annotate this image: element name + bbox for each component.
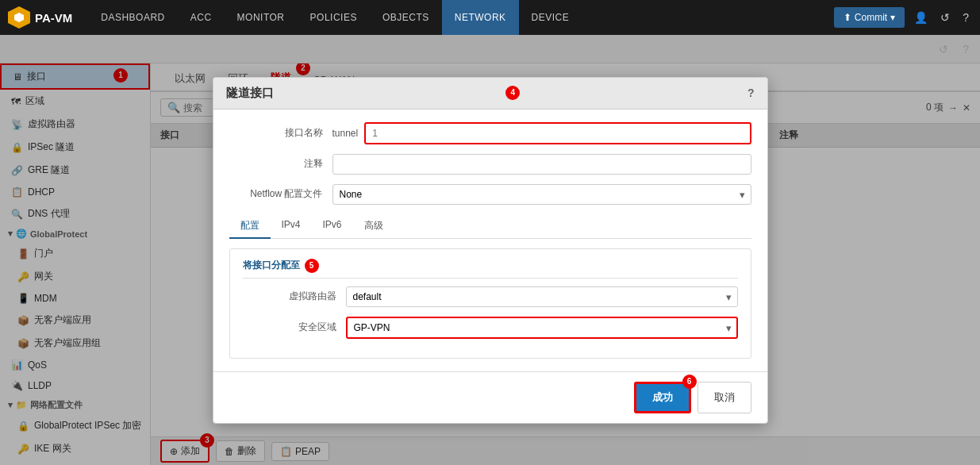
section-title-text: 将接口分配至 <box>243 259 300 272</box>
dialog-section-assign: 将接口分配至 5 虚拟路由器 default <box>229 248 751 359</box>
logo: PA-VM <box>8 6 72 29</box>
ok-button[interactable]: 成功 6 <box>634 382 691 413</box>
form-label-vrouter: 虚拟路由器 <box>243 290 346 303</box>
form-input-vrouter: default <box>346 286 738 307</box>
dialog: 隧道接口 4 ? 接口名称 tunnel 注释 Netflo <box>213 77 768 424</box>
logo-icon <box>8 6 30 29</box>
commit-button[interactable]: ⬆ Commit ▾ <box>834 7 905 28</box>
netflow-select[interactable]: None <box>332 184 751 205</box>
form-row-name: 接口名称 tunnel <box>229 122 751 144</box>
form-label-netflow: Netflow 配置文件 <box>229 187 332 201</box>
dialog-overlay: 隧道接口 4 ? 接口名称 tunnel 注释 Netflo <box>0 35 980 465</box>
dialog-tab-ipv4[interactable]: IPv4 <box>271 214 312 239</box>
dialog-tabs: 配置 IPv4 IPv6 高级 <box>229 214 751 239</box>
ok-label: 成功 <box>652 391 673 403</box>
logo-text: PA-VM <box>35 11 72 25</box>
security-zone-select[interactable]: GP-VPN <box>346 317 738 339</box>
tunnel-prefix: tunnel <box>332 128 359 139</box>
tunnel-number-input[interactable] <box>364 122 751 144</box>
form-label-name: 接口名称 <box>229 126 332 140</box>
topbar-right: ⬆ Commit ▾ 👤 ↺ ? <box>834 7 972 28</box>
dialog-header: 隧道接口 4 ? <box>213 78 767 110</box>
badge6: 6 <box>682 375 697 389</box>
dialog-tab-advanced[interactable]: 高级 <box>353 214 394 239</box>
form-input-comment <box>332 154 751 175</box>
nav-monitor[interactable]: MONITOR <box>225 0 298 35</box>
nav-objects[interactable]: OBJECTS <box>370 0 442 35</box>
form-input-netflow: None <box>332 184 751 205</box>
commit-label: Commit <box>855 12 887 23</box>
form-row-netflow: Netflow 配置文件 None <box>229 184 751 205</box>
section-title-assign: 将接口分配至 5 <box>243 259 738 279</box>
nav-network[interactable]: NETWORK <box>442 0 519 35</box>
dialog-title: 隧道接口 <box>226 86 274 101</box>
commit-icon: ⬆ <box>844 12 851 23</box>
vrouter-select-container: default <box>346 286 738 307</box>
comment-input[interactable] <box>332 154 751 175</box>
dialog-body: 接口名称 tunnel 注释 Netflow 配置文件 <box>213 110 767 371</box>
nav-dashboard[interactable]: DASHBOARD <box>88 0 178 35</box>
security-zone-select-container: GP-VPN <box>346 317 738 339</box>
commit-chevron-icon: ▾ <box>890 12 895 23</box>
vrouter-select[interactable]: default <box>346 286 738 307</box>
netflow-select-container: None <box>332 184 751 205</box>
form-input-name: tunnel <box>332 122 751 144</box>
form-row-comment: 注释 <box>229 154 751 175</box>
form-label-security-zone: 安全区域 <box>243 321 346 334</box>
dialog-footer: 成功 6 取消 <box>213 371 767 423</box>
badge4: 4 <box>505 86 520 100</box>
topbar: PA-VM DASHBOARD ACC MONITOR POLICIES OBJ… <box>0 0 980 35</box>
dialog-tab-config[interactable]: 配置 <box>229 214 271 239</box>
badge5: 5 <box>305 259 319 273</box>
refresh-icon[interactable]: ↺ <box>937 8 953 27</box>
dialog-tab-ipv6[interactable]: IPv6 <box>312 214 353 239</box>
form-input-security-zone: GP-VPN <box>346 317 738 339</box>
form-row-vrouter: 虚拟路由器 default <box>243 286 738 307</box>
nav-acc[interactable]: ACC <box>178 0 225 35</box>
nav-items: DASHBOARD ACC MONITOR POLICIES OBJECTS N… <box>88 0 834 35</box>
nav-device[interactable]: DEVICE <box>519 0 582 35</box>
help-icon[interactable]: ? <box>959 8 972 27</box>
nav-policies[interactable]: POLICIES <box>298 0 370 35</box>
user-icon[interactable]: 👤 <box>911 8 931 27</box>
form-row-security-zone: 安全区域 GP-VPN <box>243 317 738 339</box>
form-label-comment: 注释 <box>229 157 332 171</box>
cancel-button[interactable]: 取消 <box>698 382 751 413</box>
dialog-help-icon[interactable]: ? <box>747 86 755 99</box>
